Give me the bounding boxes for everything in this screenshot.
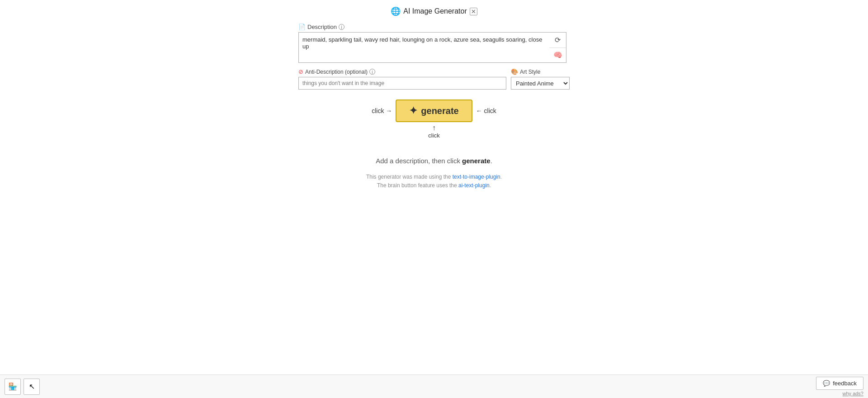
- description-label: 📄 Description i: [298, 24, 570, 30]
- art-style-section: 🎨 Art Style Painted Anime Realistic Cart…: [511, 68, 570, 90]
- bottom-toolbar: 🏪 ↖ 💬 feedback why ads?: [0, 374, 868, 398]
- cursor-icon: ↖: [29, 382, 35, 391]
- art-style-select[interactable]: Painted Anime Realistic Cartoon Sketch W…: [511, 77, 570, 90]
- footer-line2-after: .: [490, 182, 491, 189]
- refresh-icon: ⟳: [555, 36, 561, 44]
- globe-icon: 🌐: [391, 6, 401, 16]
- options-row: ⊘ Anti-Description (optional) i 🎨 Art St…: [298, 68, 570, 90]
- store-icon: 🏪: [8, 382, 17, 391]
- prompt-text-after: .: [491, 157, 492, 165]
- footer-info: This generator was made using the text-t…: [366, 173, 502, 190]
- anti-description-section: ⊘ Anti-Description (optional) i: [298, 68, 506, 90]
- cursor-button[interactable]: ↖: [24, 379, 40, 395]
- brain-icon: 🧠: [553, 51, 562, 59]
- description-label-text: Description: [307, 24, 337, 30]
- footer-line1-before: This generator was made using the: [366, 174, 453, 180]
- palette-icon: 🎨: [511, 68, 518, 75]
- description-info-icon[interactable]: i: [339, 24, 344, 30]
- art-style-label-text: Art Style: [520, 69, 540, 75]
- feedback-button[interactable]: 💬 feedback: [816, 377, 863, 390]
- page-header: 🌐 AI Image Generator ✕: [0, 0, 868, 21]
- page-title: AI Image Generator: [403, 7, 467, 15]
- bottom-right: 💬 feedback why ads?: [816, 377, 863, 396]
- anti-description-input[interactable]: [298, 77, 506, 90]
- feedback-icon: 💬: [823, 380, 830, 387]
- footer-line1: This generator was made using the text-t…: [366, 173, 502, 181]
- footer-line2: The brain button feature uses the ai-tex…: [366, 181, 502, 190]
- sparkle-icon: ✦: [409, 105, 417, 117]
- arrow-up-area: ↑ click: [428, 124, 439, 139]
- generate-row: click → ✦ generate ← click: [372, 100, 496, 122]
- anti-description-label-text: Anti-Description (optional): [305, 69, 368, 75]
- arrow-up-icon: ↑: [432, 124, 436, 132]
- anti-description-info-icon[interactable]: i: [369, 69, 375, 75]
- click-left-label: click →: [372, 107, 392, 114]
- art-style-label: 🎨 Art Style: [511, 68, 570, 75]
- description-input[interactable]: [298, 32, 549, 63]
- description-textarea-container: ⟳ 🧠: [298, 32, 570, 63]
- textarea-buttons: ⟳ 🧠: [549, 32, 566, 63]
- brain-button[interactable]: 🧠: [549, 48, 566, 63]
- anti-description-label: ⊘ Anti-Description (optional) i: [298, 68, 506, 75]
- footer-line2-before: The brain button feature uses the: [377, 182, 458, 189]
- refresh-button[interactable]: ⟳: [549, 33, 566, 48]
- generate-button[interactable]: ✦ generate: [396, 100, 472, 122]
- text-to-image-link[interactable]: text-to-image-plugin: [453, 174, 500, 180]
- prompt-text-before: Add a description, then click: [376, 157, 462, 165]
- anti-description-icon: ⊘: [298, 68, 303, 75]
- main-content: 📄 Description i ⟳ 🧠 ⊘ Anti-Description (…: [0, 21, 868, 190]
- click-below-label: click: [428, 132, 439, 139]
- store-button[interactable]: 🏪: [5, 379, 21, 395]
- prompt-bold: generate: [462, 157, 491, 165]
- generate-button-label: generate: [421, 106, 458, 116]
- click-right-label: ← click: [476, 107, 496, 114]
- why-ads-link[interactable]: why ads?: [843, 391, 863, 396]
- footer-line1-after: .: [500, 174, 502, 180]
- generate-area: click → ✦ generate ← click ↑ click: [372, 100, 496, 139]
- ai-text-link[interactable]: ai-text-plugin: [458, 182, 490, 189]
- description-prompt: Add a description, then click generate.: [376, 157, 492, 165]
- description-section: 📄 Description i ⟳ 🧠: [298, 24, 570, 63]
- doc-icon: 📄: [298, 24, 306, 30]
- feedback-label: feedback: [833, 380, 857, 387]
- bottom-left: 🏪 ↖: [5, 379, 40, 395]
- close-button[interactable]: ✕: [470, 8, 477, 15]
